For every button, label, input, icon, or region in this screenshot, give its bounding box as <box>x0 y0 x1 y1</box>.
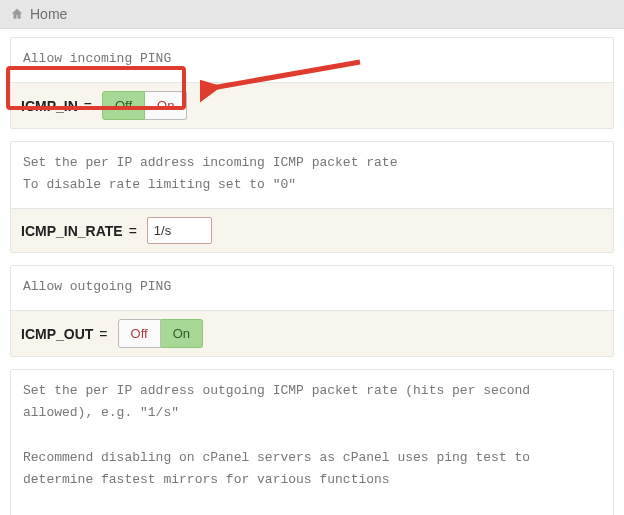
equals-sign: = <box>129 223 137 239</box>
toggle-icmp-in: Off On <box>102 91 187 120</box>
desc-icmp-in: Allow incoming PING <box>11 38 613 83</box>
desc-icmp-out: Allow outgoing PING <box>11 266 613 311</box>
toggle-icmp-out-on[interactable]: On <box>161 319 203 348</box>
row-icmp-in-rate: ICMP_IN_RATE = <box>11 209 613 252</box>
breadcrumb-home[interactable]: Home <box>30 6 67 22</box>
row-icmp-out: ICMP_OUT = Off On <box>11 311 613 356</box>
toggle-icmp-out-off[interactable]: Off <box>118 319 161 348</box>
equals-sign: = <box>99 326 107 342</box>
toggle-icmp-in-off[interactable]: Off <box>102 91 145 120</box>
section-icmp-in: Allow incoming PING ICMP_IN = Off On <box>10 37 614 129</box>
desc-icmp-in-rate: Set the per IP address incoming ICMP pac… <box>11 142 613 209</box>
label-icmp-in: ICMP_IN <box>21 98 78 114</box>
section-icmp-out-rate: Set the per IP address outgoing ICMP pac… <box>10 369 614 515</box>
label-icmp-out: ICMP_OUT <box>21 326 93 342</box>
breadcrumb: Home <box>0 0 624 29</box>
input-icmp-in-rate[interactable] <box>147 217 212 244</box>
section-icmp-in-rate: Set the per IP address incoming ICMP pac… <box>10 141 614 253</box>
equals-sign: = <box>84 98 92 114</box>
row-icmp-in: ICMP_IN = Off On <box>11 83 613 128</box>
label-icmp-in-rate: ICMP_IN_RATE <box>21 223 123 239</box>
toggle-icmp-out: Off On <box>118 319 203 348</box>
toggle-icmp-in-on[interactable]: On <box>145 91 187 120</box>
home-icon <box>10 7 24 21</box>
section-icmp-out: Allow outgoing PING ICMP_OUT = Off On <box>10 265 614 357</box>
desc-icmp-out-rate: Set the per IP address outgoing ICMP pac… <box>11 370 613 515</box>
